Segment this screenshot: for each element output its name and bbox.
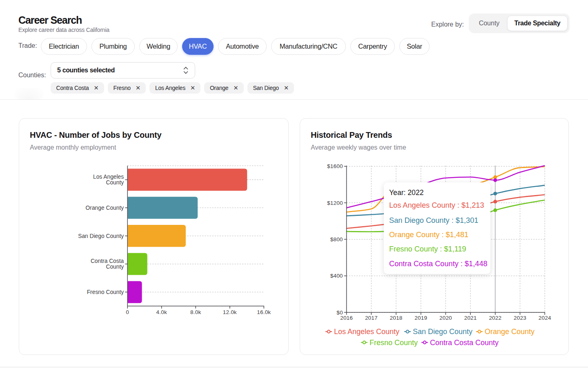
svg-text:San Diego County: San Diego County: [78, 233, 124, 239]
svg-text:4.0k: 4.0k: [156, 309, 167, 315]
svg-text:County: County: [106, 264, 124, 270]
svg-text:2024: 2024: [539, 315, 551, 321]
svg-text:$400: $400: [330, 273, 343, 279]
svg-text:12.0k: 12.0k: [223, 309, 237, 315]
svg-text:2017: 2017: [365, 315, 378, 321]
svg-text:2021: 2021: [464, 315, 477, 321]
svg-text:San Diego County: San Diego County: [413, 328, 472, 336]
svg-text:Orange County: Orange County: [485, 328, 535, 336]
svg-text:16.0k: 16.0k: [257, 309, 271, 315]
svg-text:Fresno County: Fresno County: [87, 289, 124, 295]
svg-text:2020: 2020: [439, 315, 452, 321]
svg-text:$0: $0: [336, 310, 343, 316]
svg-text:County: County: [106, 180, 124, 186]
svg-text:2019: 2019: [414, 315, 427, 321]
svg-text:$1600: $1600: [327, 163, 343, 169]
svg-text:$1200: $1200: [327, 200, 343, 206]
svg-text:2023: 2023: [514, 315, 526, 321]
svg-text:8.0k: 8.0k: [190, 309, 201, 315]
svg-text:0: 0: [126, 309, 129, 315]
svg-text:2016: 2016: [340, 315, 353, 321]
svg-text:2022: 2022: [489, 315, 501, 321]
svg-text:Orange County: Orange County: [86, 205, 124, 211]
svg-text:$800: $800: [330, 236, 343, 242]
svg-text:Los Angeles: Los Angeles: [93, 174, 124, 180]
svg-text:Contra Costa: Contra Costa: [91, 258, 124, 264]
svg-text:Fresno County: Fresno County: [370, 339, 418, 347]
svg-text:Contra Costa County: Contra Costa County: [430, 339, 499, 347]
svg-text:2018: 2018: [390, 315, 403, 321]
svg-text:Los Angeles County: Los Angeles County: [334, 328, 399, 336]
